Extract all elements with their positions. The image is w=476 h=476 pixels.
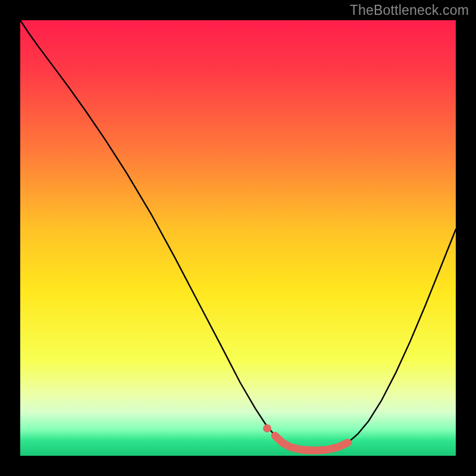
plot-area: [20, 20, 456, 456]
optimal-range-start-dot: [263, 424, 271, 433]
gradient-background: [20, 20, 456, 456]
bottleneck-chart: [20, 20, 456, 456]
watermark-text: TheBottleneck.com: [350, 2, 469, 18]
chart-frame: TheBottleneck.com: [0, 0, 476, 476]
